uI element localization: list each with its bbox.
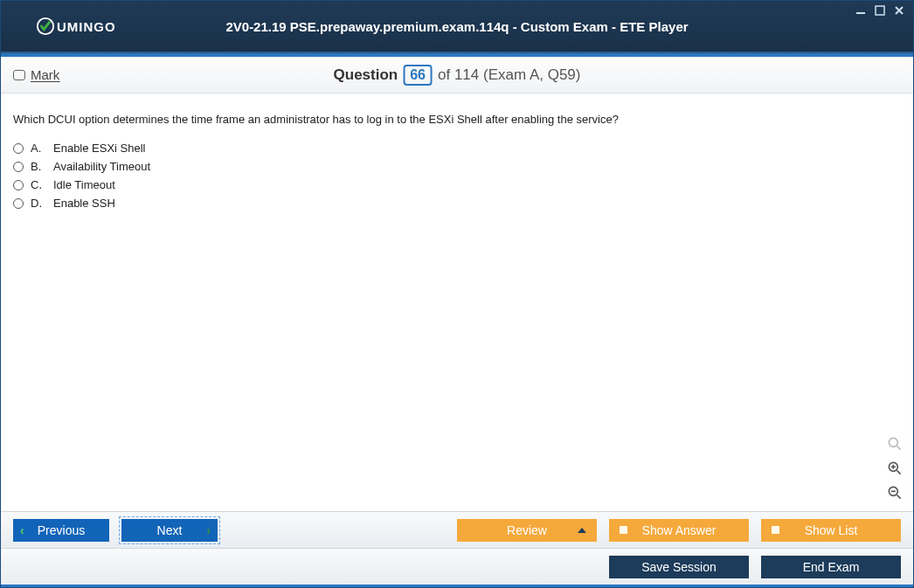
nav-toolbar: ‹ Previous Next › Review Show Answer Sho… <box>1 511 913 548</box>
radio-icon <box>13 143 24 154</box>
option-text: Enable ESXi Shell <box>53 142 146 155</box>
options-list: A. Enable ESXi Shell B. Availability Tim… <box>13 142 901 210</box>
end-exam-label: End Exam <box>803 560 860 574</box>
question-word: Question <box>334 66 398 84</box>
chevron-right-icon: › <box>206 523 211 537</box>
svg-point-3 <box>889 438 897 446</box>
zoom-in-icon <box>886 460 904 477</box>
zoom-out-button[interactable] <box>885 483 904 502</box>
option-letter: B. <box>31 160 46 173</box>
window-title: 2V0-21.19 PSE.prepaway.premium.exam.114q… <box>225 19 688 34</box>
question-total: of 114 (Exam A, Q59) <box>438 66 580 84</box>
review-label: Review <box>507 523 547 537</box>
radio-icon <box>13 162 24 172</box>
mark-checkbox[interactable]: Mark <box>13 67 59 82</box>
zoom-tools <box>885 434 904 502</box>
window-controls <box>854 4 906 17</box>
option-text: Enable SSH <box>53 197 115 210</box>
search-icon <box>886 435 904 453</box>
close-icon <box>894 5 904 16</box>
svg-rect-1 <box>856 12 865 14</box>
svg-line-4 <box>897 446 901 450</box>
maximize-button[interactable] <box>873 4 887 17</box>
option-letter: A. <box>31 142 46 155</box>
checkbox-icon <box>13 70 25 80</box>
review-button[interactable]: Review <box>457 519 597 542</box>
session-toolbar: Save Session End Exam <box>1 548 913 585</box>
show-answer-label: Show Answer <box>642 523 717 537</box>
mark-label: Mark <box>31 67 59 82</box>
next-label: Next <box>157 523 183 537</box>
option-c[interactable]: C. Idle Timeout <box>13 178 901 191</box>
radio-icon <box>13 180 24 190</box>
maximize-icon <box>875 5 885 16</box>
question-position: Question 66 of 114 (Exam A, Q59) <box>334 65 581 86</box>
search-button[interactable] <box>885 434 904 453</box>
radio-icon <box>13 198 24 209</box>
chevron-left-icon: ‹ <box>20 523 24 537</box>
save-session-button[interactable]: Save Session <box>609 556 749 578</box>
previous-button[interactable]: ‹ Previous <box>13 519 109 542</box>
minimize-icon <box>855 5 866 16</box>
show-answer-button[interactable]: Show Answer <box>609 519 749 542</box>
option-letter: D. <box>31 197 46 210</box>
option-b[interactable]: B. Availability Timeout <box>13 160 901 173</box>
titlebar: UMINGO 2V0-21.19 PSE.prepaway.premium.ex… <box>1 1 913 53</box>
square-icon <box>772 526 779 534</box>
show-list-button[interactable]: Show List <box>761 519 901 542</box>
option-text: Idle Timeout <box>53 178 115 191</box>
bottom-accent <box>1 585 913 587</box>
question-number: 66 <box>403 65 433 86</box>
svg-rect-2 <box>876 6 884 15</box>
question-header: Mark Question 66 of 114 (Exam A, Q59) <box>1 57 913 93</box>
question-content: Which DCUI option determines the time fr… <box>1 93 913 511</box>
question-text: Which DCUI option determines the time fr… <box>13 113 901 126</box>
app-logo: UMINGO <box>36 17 116 36</box>
end-exam-button[interactable]: End Exam <box>761 556 901 578</box>
next-button[interactable]: Next › <box>121 519 218 542</box>
option-letter: C. <box>31 178 46 191</box>
svg-line-6 <box>897 471 901 474</box>
triangle-up-icon <box>578 528 586 533</box>
option-d[interactable]: D. Enable SSH <box>13 197 901 210</box>
brand-text: UMINGO <box>57 19 116 34</box>
minimize-button[interactable] <box>854 4 868 17</box>
previous-label: Previous <box>38 523 85 537</box>
show-list-label: Show List <box>805 523 858 537</box>
option-a[interactable]: A. Enable ESXi Shell <box>13 142 901 155</box>
close-button[interactable] <box>892 4 906 17</box>
save-session-label: Save Session <box>641 560 717 574</box>
app-window: UMINGO 2V0-21.19 PSE.prepaway.premium.ex… <box>0 0 914 588</box>
square-icon <box>620 526 627 534</box>
logo-check-icon <box>36 17 55 36</box>
zoom-out-icon <box>886 484 904 502</box>
zoom-in-button[interactable] <box>885 459 904 478</box>
option-text: Availability Timeout <box>53 160 150 173</box>
svg-line-10 <box>897 495 901 499</box>
